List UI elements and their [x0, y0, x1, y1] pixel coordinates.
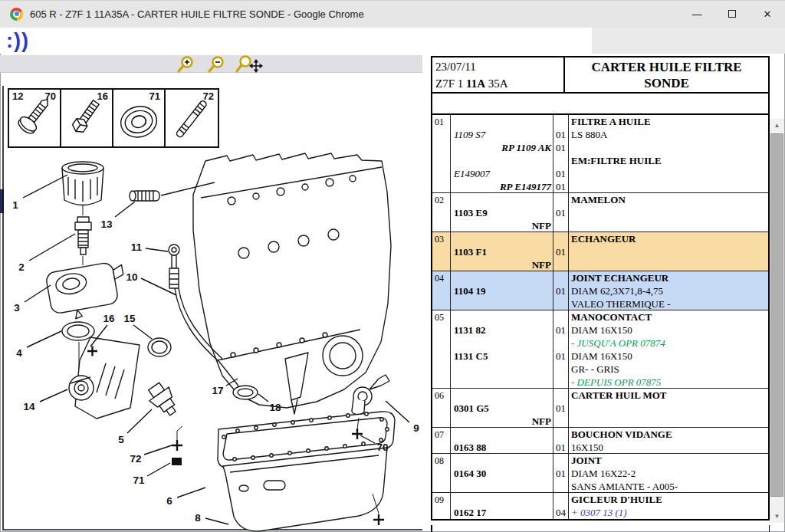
strip-cell-stud[interactable]: 72 [166, 90, 218, 146]
scroll-down-button[interactable]: ▼ [770, 510, 784, 523]
cell-line: 0163 88 [454, 441, 551, 453]
parts-table: 23/07/11 Z7F 1 11A 35A CARTER HUILE FILT… [431, 56, 770, 521]
table-row-08[interactable]: 08 0164 30 01 JOINTDIAM 16X22-2SANS AMIA… [432, 454, 768, 493]
cell-line: 0301 G5 [454, 402, 551, 415]
callout-label-8[interactable]: 8 [195, 512, 201, 524]
description-cell: CARTER HUIL MOT [569, 389, 768, 427]
cell-line: ECHANGEUR [571, 232, 767, 245]
smiley-link[interactable]: :)) [6, 28, 29, 53]
callout-label-18[interactable]: 18 [269, 402, 281, 413]
cell-line [454, 363, 551, 376]
page-title: CARTER HUILE FILTRE SONDE [565, 57, 768, 93]
item-number: 04 [432, 271, 451, 310]
top-strip-gray-area [592, 28, 785, 54]
cell-line [554, 154, 567, 167]
cell-line: 04 [554, 506, 567, 519]
title-bar: 605 R - Z7F 1 11A35A - CARTER HUILE FILT… [0, 0, 785, 28]
description-cell: JOINT ECHANGEURDIAM 62,3X71,8-4,75VALEO … [569, 271, 768, 310]
callout-label-13[interactable]: 13 [100, 218, 113, 230]
callout-label-15[interactable]: 15 [123, 313, 136, 324]
cell-line: DIAM 16X150 [571, 323, 767, 337]
callout-label-16[interactable]: 16 [103, 313, 115, 324]
cell-line: 01 [554, 245, 567, 258]
callout-label-11[interactable]: 11 [131, 241, 143, 253]
maximize-button[interactable] [714, 0, 750, 28]
cell-line: 01 [554, 141, 567, 154]
cell-line [454, 493, 551, 506]
cell-line: - JUSQU'A OPR 07874 [571, 337, 767, 350]
cell-line [454, 454, 551, 467]
table-row-06[interactable]: 06 0301 G5NFP 01 CARTER HUIL MOT [432, 389, 768, 428]
maximize-icon [728, 10, 736, 18]
table-row-05[interactable]: 05 1131 82 1131 C5 01 01 MANOCONTACTDIAM… [432, 310, 768, 389]
callout-label-2[interactable]: 2 [18, 261, 25, 273]
callout-label-70[interactable]: 70 [376, 442, 388, 453]
cell-line: 01 [554, 323, 567, 337]
table-scrollbar[interactable]: ▲ ▼ [770, 119, 784, 523]
scroll-up-button[interactable]: ▲ [770, 119, 784, 132]
callout-label-5[interactable]: 5 [118, 434, 124, 445]
cell-line: 1104 19 [454, 284, 551, 297]
cell-line: 01 [554, 467, 567, 480]
cell-line [554, 454, 567, 467]
table-row-01[interactable]: 01 1109 S7RP 1109 AK E149007RP E149177 0… [432, 115, 768, 193]
item-number: 08 [432, 454, 451, 492]
cell-line: 01 [554, 441, 567, 453]
table-row-09[interactable]: 09 0162 17 04GICLEUR D'HUILE+ 0307 13 (1… [432, 493, 768, 519]
leader-line-71 [147, 463, 170, 476]
cell-line [454, 310, 551, 323]
cell-line: JOINT [571, 454, 767, 467]
callout-label-17[interactable]: 17 [212, 385, 223, 396]
cell-line [554, 415, 567, 427]
callout-label-3[interactable]: 3 [14, 302, 20, 314]
table-row-07[interactable]: 07 0163 88 01BOUCHON VIDANGE16X150 [432, 428, 768, 454]
callout-label-72[interactable]: 72 [130, 453, 141, 465]
table-row-04[interactable]: 04 1104 19 01 JOINT ECHANGEURDIAM 62,3X7… [432, 271, 768, 310]
description-cell: JOINTDIAM 16X22-2SANS AMIANTE - A005- [569, 454, 768, 492]
table-row-03[interactable]: 03 1103 F1NFP 01 ECHANGEUR [432, 232, 768, 271]
window-title: 605 R - Z7F 1 11A35A - CARTER HUILE FILT… [30, 8, 364, 20]
callout-label-10[interactable]: 10 [126, 271, 137, 283]
callout-label-4[interactable]: 4 [16, 347, 22, 359]
support-bracket-drawing [69, 337, 140, 419]
cell-line: LS 880A [571, 128, 767, 141]
cell-line: 1131 82 [454, 323, 551, 337]
cell-line: 16X150 [571, 441, 767, 453]
cell-line [571, 167, 767, 180]
cell-line: GICLEUR D'HUILE [571, 493, 767, 506]
quantity-cell: 01 [553, 454, 569, 492]
callout-label-14[interactable]: 14 [23, 401, 35, 412]
cell-line [571, 141, 767, 154]
cell-line: JOINT ECHANGEUR [571, 271, 767, 284]
callout-label-1[interactable]: 1 [12, 199, 18, 211]
scrollbar-thumb[interactable] [770, 133, 783, 497]
cell-line: 1103 F1 [454, 245, 551, 258]
close-button[interactable]: ✕ [750, 0, 785, 28]
callout-label-71[interactable]: 71 [133, 475, 145, 486]
minimize-button[interactable]: — [679, 0, 714, 28]
callout-label-6[interactable]: 6 [166, 495, 172, 507]
quantity-cell: 01 [553, 232, 569, 271]
oil-filter-drawing [62, 162, 103, 205]
description-cell: MAMELON [569, 193, 768, 232]
seal-ring-15-drawing [148, 338, 171, 356]
cell-line: SANS AMIANTE - A005- [571, 480, 767, 492]
leader-line-6 [177, 488, 205, 498]
cell-line: E149007 [454, 167, 551, 180]
leader-line-5 [127, 409, 152, 433]
strip-cell-bolt[interactable]: 16 [61, 90, 113, 146]
cell-line: 0164 30 [454, 467, 551, 480]
part-number-cell: 1131 82 1131 C5 [451, 310, 553, 388]
strip-cell-screw[interactable]: 12 70 [9, 90, 61, 146]
cell-line: MANOCONTACT [571, 310, 767, 323]
cell-line [454, 389, 551, 402]
callout-label-9[interactable]: 9 [413, 422, 419, 434]
cell-line: - DEPUIS OPR 07875 [571, 376, 767, 388]
strip-cell-seal[interactable]: 71 [113, 90, 166, 146]
header-code: Z7F 1 11A 35A [435, 75, 560, 92]
cell-line: 01 [554, 180, 567, 192]
leader-line-15 [133, 325, 152, 339]
item-number: 01 [432, 115, 451, 192]
table-row-02[interactable]: 02 1103 E9NFP 01 MAMELON [432, 193, 768, 232]
chrome-icon [10, 8, 23, 21]
